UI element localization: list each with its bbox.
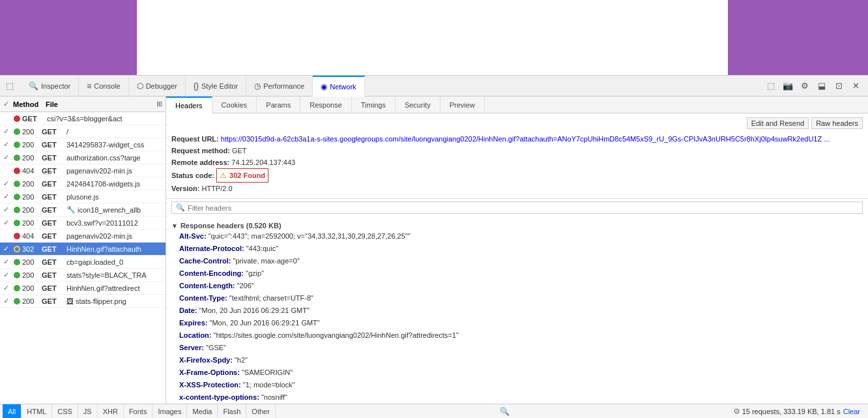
status-code-box: ⚠ 302 Found (216, 168, 268, 183)
request-row[interactable]: ✓ 200 GET plusone.js (0, 190, 166, 203)
filter-tab-flash[interactable]: Flash (218, 404, 246, 419)
request-row-selected[interactable]: ✓ 302 GET HinhNen.gif?attachauth (0, 243, 166, 256)
row-check: ✓ (0, 245, 12, 253)
tab-style-editor[interactable]: {} Style Editor (186, 76, 246, 97)
filter-tab-images[interactable]: Images (152, 404, 187, 419)
request-row[interactable]: ✓ 200 GET bcv3.swf?v=20111012 (0, 216, 166, 230)
response-headers-label: Response headers (0.520 KB) (181, 222, 282, 230)
row-method: GET (42, 206, 66, 214)
filter-fonts-label: Fonts (129, 408, 147, 415)
filter-tab-html[interactable]: HTML (22, 404, 52, 419)
browser-content (137, 0, 728, 75)
header-item: Content-Type: "text/html; charset=UTF-8" (179, 293, 863, 304)
style-editor-icon: {} (194, 82, 199, 91)
row-filename: 3414295837-widget_css (66, 141, 166, 149)
request-row[interactable]: ✓ 200 GET authorization.css?targe (0, 151, 166, 164)
file-image-icon: 🖼 (66, 297, 74, 305)
dock-button[interactable]: ⊡ (832, 79, 846, 93)
request-info: Edit and Resend Raw headers Request URL:… (166, 113, 868, 199)
network-icon: ◉ (321, 82, 327, 91)
tab-debugger-label: Debugger (146, 82, 177, 90)
bottom-status: ⊙ 15 requests, 333.19 KB, 1.81 s Clear (734, 407, 865, 415)
row-status: 200 (22, 193, 42, 201)
tab-debugger[interactable]: ⬡ Debugger (129, 76, 186, 97)
tab-inspector-label: Inspector (41, 82, 70, 90)
filter-tab-media[interactable]: Media (187, 404, 218, 419)
request-row[interactable]: ✓ 200 GET 3414295837-widget_css (0, 138, 166, 151)
request-row[interactable]: GET csi?v=3&s=blogger&act (0, 112, 166, 125)
col-expand[interactable]: ⊞ (152, 100, 166, 108)
filter-tab-xhr[interactable]: XHR (98, 404, 124, 419)
request-row[interactable]: ✓ 200 GET 🔧icon18_wrench_allb (0, 203, 166, 216)
row-check: ✓ (0, 140, 12, 149)
request-row[interactable]: ✓ 200 GET stats?style=BLACK_TRA (0, 269, 166, 282)
response-headers-section[interactable]: ▼ Response headers (0.520 KB) (171, 222, 863, 230)
row-status: 302 (22, 245, 42, 253)
header-value: "h2" (235, 356, 248, 364)
subtab-cookies[interactable]: Cookies (212, 97, 257, 113)
header-name: Date: (179, 306, 197, 314)
tab-style-editor-label: Style Editor (201, 82, 238, 90)
tab-performance[interactable]: ◷ Performance (246, 76, 313, 97)
row-filename: plusone.js (66, 193, 166, 201)
request-row[interactable]: ✓ 200 GET cb=gapi.loaded_0 (0, 256, 166, 269)
tab-inspector[interactable]: 🔍 Inspector (21, 76, 79, 97)
filter-xhr-label: XHR (103, 408, 118, 415)
subtab-timings[interactable]: Timings (352, 97, 396, 113)
devtools-main: ✓ Method File ⊞ GET csi?v=3&s=blogger&ac… (0, 97, 868, 404)
filter-media-label: Media (192, 408, 212, 415)
header-value: "GSE" (206, 344, 226, 351)
filter-tab-other[interactable]: Other (246, 404, 276, 419)
raw-headers-button[interactable]: Raw headers (811, 117, 863, 129)
clear-button[interactable]: Clear (843, 408, 860, 415)
row-status: 200 (22, 284, 42, 292)
inspect-element-button[interactable]: ⬚ (3, 79, 17, 93)
request-row[interactable]: ✓ 200 GET HinhNen.gif?attredirect (0, 282, 166, 295)
row-check: ✓ (0, 127, 12, 136)
status-dot-green (14, 155, 20, 161)
subtab-headers[interactable]: Headers (166, 97, 212, 113)
settings-button[interactable]: ⚙ (798, 79, 812, 93)
responsive-design-button[interactable]: ⬚ (764, 79, 778, 93)
filter-tab-js[interactable]: JS (78, 404, 98, 419)
subtab-params[interactable]: Params (257, 97, 300, 113)
filter-tab-all[interactable]: All (3, 404, 22, 419)
debugger-icon: ⬡ (137, 82, 143, 91)
close-devtools-button[interactable]: ✕ (848, 79, 863, 93)
split-console-button[interactable]: ⬓ (815, 79, 829, 93)
row-filename: csi?v=3&s=blogger&act (47, 115, 166, 123)
request-row[interactable]: ✓ 200 GET / (0, 125, 166, 138)
filter-other-label: Other (252, 408, 270, 415)
subtab-security[interactable]: Security (396, 97, 441, 113)
filter-search-button[interactable]: 🔍 (497, 404, 512, 419)
request-row[interactable]: 404 GET pagenaviv202-min.js (0, 230, 166, 243)
row-status: 404 (22, 167, 42, 175)
subtab-preview[interactable]: Preview (441, 97, 485, 113)
url-value: https://03015d9d-a-62cb3a1a-s-sites.goog… (221, 135, 830, 143)
headers-content: ▼ Response headers (0.520 KB) Alt-Svc: "… (166, 216, 868, 404)
screenshot-button[interactable]: 📷 (781, 79, 795, 93)
row-filename: / (66, 128, 166, 136)
address-value: 74.125.204.137:443 (231, 158, 295, 166)
tab-console[interactable]: ≡ Console (79, 76, 128, 97)
row-filename: bcv3.swf?v=20111012 (66, 219, 166, 227)
row-filename: 🖼stats-flipper.png (66, 297, 166, 305)
devtools-tabs: 🔍 Inspector ≡ Console ⬡ Debugger {} Styl… (21, 76, 764, 97)
subtab-preview-label: Preview (450, 101, 475, 109)
row-filename: pagenaviv202-min.js (66, 167, 166, 175)
header-item: Content-Encoding: "gzip" (179, 268, 863, 279)
tab-network[interactable]: ◉ Network (313, 76, 364, 97)
request-row[interactable]: ✓ 200 GET 2424841708-widgets.js (0, 177, 166, 190)
row-check: ✓ (0, 284, 12, 292)
subtab-response[interactable]: Response (300, 97, 352, 113)
status-dot-green (14, 181, 20, 187)
method-value: GET (232, 147, 247, 155)
filter-headers-input[interactable] (188, 204, 858, 212)
response-panel: Headers Cookies Params Response Timings … (166, 97, 868, 404)
filter-tab-css[interactable]: CSS (52, 404, 78, 419)
filter-tab-fonts[interactable]: Fonts (124, 404, 153, 419)
request-row[interactable]: 404 GET pagenaviv202-min.js (0, 164, 166, 177)
request-row[interactable]: ✓ 200 GET 🖼stats-flipper.png (0, 295, 166, 308)
edit-resend-button[interactable]: Edit and Resend (747, 117, 809, 129)
header-value: "Mon, 20 Jun 2016 06:29:21 GMT" (199, 306, 310, 314)
